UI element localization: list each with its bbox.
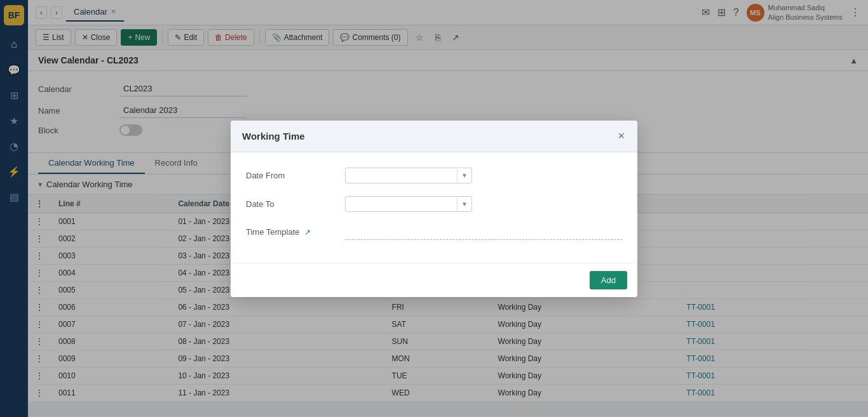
time-template-input-wrap bbox=[345, 225, 622, 240]
date-from-select[interactable] bbox=[346, 168, 457, 183]
date-from-dropdown-icon[interactable]: ▼ bbox=[457, 169, 471, 182]
date-from-label: Date From bbox=[246, 171, 335, 180]
dialog-title: Working Time bbox=[242, 131, 305, 142]
working-time-dialog: Working Time × Date From ▼ Date To bbox=[231, 121, 637, 297]
dialog-header: Working Time × bbox=[231, 121, 637, 152]
date-from-select-wrap: ▼ bbox=[345, 168, 472, 183]
dialog-body: Date From ▼ Date To bbox=[231, 152, 637, 263]
add-button[interactable]: Add bbox=[590, 271, 627, 289]
time-template-label: Time Template ↗ bbox=[246, 227, 335, 237]
dialog-footer: Add bbox=[231, 263, 637, 297]
date-to-select[interactable] bbox=[346, 197, 457, 211]
modal-overlay[interactable]: Working Time × Date From ▼ Date To bbox=[0, 0, 868, 417]
time-template-row: Time Template ↗ bbox=[246, 225, 622, 240]
date-to-label: Date To bbox=[246, 199, 335, 209]
date-from-row: Date From ▼ bbox=[246, 168, 622, 183]
time-template-input[interactable] bbox=[345, 225, 622, 239]
date-to-select-wrap: ▼ bbox=[345, 196, 472, 212]
time-template-link-icon[interactable]: ↗ bbox=[304, 228, 311, 237]
date-to-dropdown-icon[interactable]: ▼ bbox=[457, 198, 471, 210]
dialog-close-button[interactable]: × bbox=[616, 129, 626, 143]
date-to-row: Date To ▼ bbox=[246, 196, 622, 212]
